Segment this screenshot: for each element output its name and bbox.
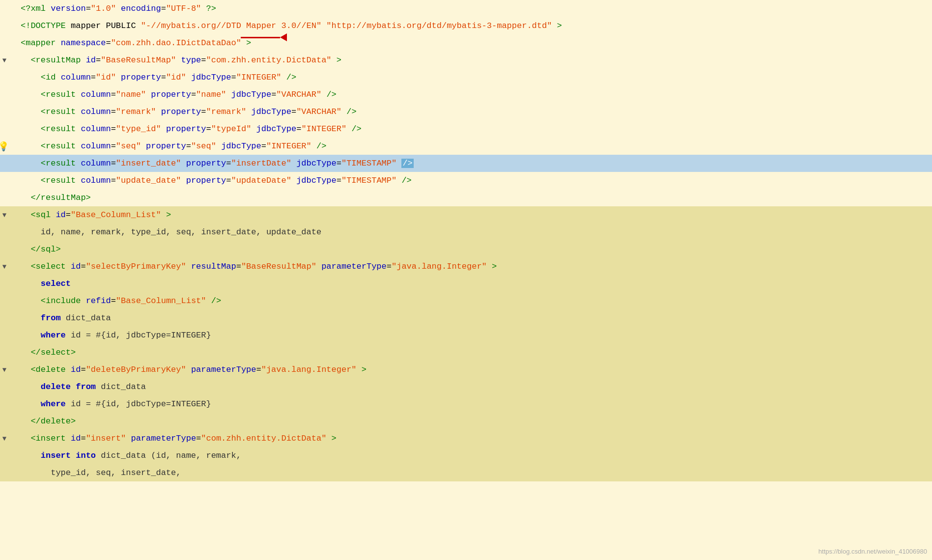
line-content-12: </resultMap> bbox=[17, 192, 932, 204]
line-content-15: </sql> bbox=[17, 243, 932, 256]
line-gutter-22: ▼ bbox=[0, 366, 9, 374]
line-content-4: <resultMap id="BaseResultMap" type="com.… bbox=[17, 54, 932, 67]
code-line-2: <!DOCTYPE mapper PUBLIC "-//mybatis.org/… bbox=[0, 17, 932, 34]
line-content-19: from dict_data bbox=[17, 312, 932, 325]
code-line-19: from dict_data bbox=[0, 309, 932, 327]
line-content-28: type_id, seq, insert_date, bbox=[17, 467, 932, 479]
code-line-10: <result column="insert_date" property="i… bbox=[0, 155, 932, 172]
line-content-22: <delete id="deleteByPrimaryKey" paramete… bbox=[17, 364, 932, 376]
line-content-18: <include refid="Base_Column_List" /> bbox=[17, 295, 932, 308]
code-line-16: ▼ <select id="selectByPrimaryKey" result… bbox=[0, 258, 932, 275]
code-line-3: <mapper namespace="com.zhh.dao.IDictData… bbox=[0, 34, 932, 52]
code-line-11: <result column="update_date" property="u… bbox=[0, 172, 932, 189]
line-content-14: id, name, remark, type_id, seq, insert_d… bbox=[17, 226, 932, 239]
line-content-17: select bbox=[17, 278, 932, 290]
line-content-24: where id = #{id, jdbcType=INTEGER} bbox=[17, 398, 932, 411]
line-gutter-9: 💡 bbox=[0, 141, 9, 152]
line-gutter-13: ▼ bbox=[0, 211, 9, 219]
line-gutter-16: ▼ bbox=[0, 263, 9, 271]
code-line-21: </select> bbox=[0, 344, 932, 361]
line-content-20: where id = #{id, jdbcType=INTEGER} bbox=[17, 329, 932, 342]
code-line-6: <result column="name" property="name" jd… bbox=[0, 86, 932, 103]
line-gutter-4: ▼ bbox=[0, 56, 9, 64]
code-line-15: </sql> bbox=[0, 241, 932, 258]
line-content-3: <mapper namespace="com.zhh.dao.IDictData… bbox=[17, 37, 932, 50]
code-line-25: </delete> bbox=[0, 413, 932, 430]
blue-highlight: /> bbox=[401, 159, 413, 168]
code-line-12: </resultMap> bbox=[0, 189, 932, 206]
code-line-20: where id = #{id, jdbcType=INTEGER} bbox=[0, 327, 932, 344]
bulb-icon: 💡 bbox=[0, 141, 9, 152]
code-line-1: <?xml version="1.0" encoding="UTF-8" ?> bbox=[0, 0, 932, 17]
code-line-4: ▼ <resultMap id="BaseResultMap" type="co… bbox=[0, 52, 932, 69]
line-content-6: <result column="name" property="name" jd… bbox=[17, 88, 932, 101]
line-content-7: <result column="remark" property="remark… bbox=[17, 106, 932, 118]
line-content-26: <insert id="insert" parameterType="com.z… bbox=[17, 432, 932, 445]
code-line-22: ▼ <delete id="deleteByPrimaryKey" parame… bbox=[0, 361, 932, 378]
code-line-9: 💡 <result column="seq" property="seq" jd… bbox=[0, 138, 932, 155]
line-content-13: <sql id="Base_Column_List" > bbox=[17, 209, 932, 222]
code-line-17: select bbox=[0, 275, 932, 292]
line-content-27: insert into dict_data (id, name, remark, bbox=[17, 449, 932, 462]
line-content-16: <select id="selectByPrimaryKey" resultMa… bbox=[17, 260, 932, 273]
code-line-23: delete from dict_data bbox=[0, 378, 932, 395]
code-line-7: <result column="remark" property="remark… bbox=[0, 103, 932, 120]
line-content-23: delete from dict_data bbox=[17, 381, 932, 393]
code-line-18: <include refid="Base_Column_List" /> bbox=[0, 292, 932, 309]
code-line-24: where id = #{id, jdbcType=INTEGER} bbox=[0, 395, 932, 413]
code-line-5: <id column="id" property="id" jdbcType="… bbox=[0, 69, 932, 86]
line-content-1: <?xml version="1.0" encoding="UTF-8" ?> bbox=[17, 2, 932, 15]
line-content-25: </delete> bbox=[17, 415, 932, 428]
line-content-2: <!DOCTYPE mapper PUBLIC "-//mybatis.org/… bbox=[17, 20, 932, 32]
code-line-13: ▼ <sql id="Base_Column_List" > bbox=[0, 206, 932, 224]
code-line-27: insert into dict_data (id, name, remark, bbox=[0, 447, 932, 464]
line-content-10: <result column="insert_date" property="i… bbox=[17, 157, 932, 170]
code-line-28: type_id, seq, insert_date, bbox=[0, 464, 932, 481]
code-line-26: ▼ <insert id="insert" parameterType="com… bbox=[0, 430, 932, 447]
line-content-21: </select> bbox=[17, 346, 932, 359]
line-content-11: <result column="update_date" property="u… bbox=[17, 174, 932, 187]
code-line-8: <result column="type_id" property="typeI… bbox=[0, 120, 932, 138]
line-content-9: <result column="seq" property="seq" jdbc… bbox=[17, 140, 932, 153]
line-gutter-26: ▼ bbox=[0, 435, 9, 443]
line-content-5: <id column="id" property="id" jdbcType="… bbox=[17, 71, 932, 84]
watermark: https://blog.csdn.net/weixin_41006980 bbox=[819, 548, 927, 555]
line-content-8: <result column="type_id" property="typeI… bbox=[17, 123, 932, 136]
code-container: <?xml version="1.0" encoding="UTF-8" ?> … bbox=[0, 0, 932, 560]
code-line-14: id, name, remark, type_id, seq, insert_d… bbox=[0, 224, 932, 241]
